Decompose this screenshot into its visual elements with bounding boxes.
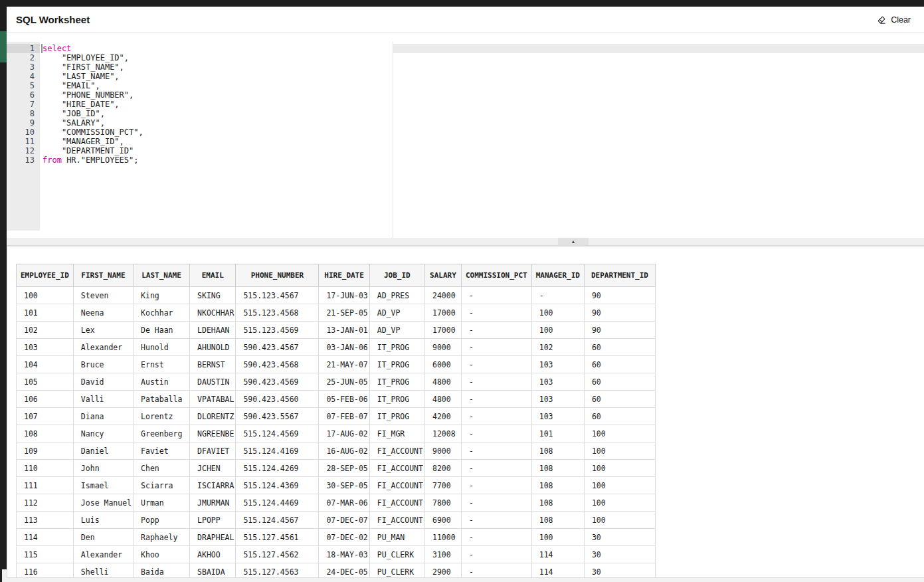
- table-cell[interactable]: -: [531, 287, 584, 304]
- table-cell[interactable]: 515.127.4561: [236, 529, 319, 546]
- table-cell[interactable]: -: [461, 546, 531, 563]
- table-cell[interactable]: 7700: [424, 477, 461, 494]
- table-cell[interactable]: 108: [531, 512, 584, 529]
- table-cell[interactable]: 103: [531, 373, 584, 391]
- table-cell[interactable]: 30-SEP-05: [319, 477, 369, 494]
- table-cell[interactable]: SKING: [190, 287, 236, 304]
- code-line[interactable]: "LAST_NAME",: [43, 72, 143, 81]
- table-cell[interactable]: 30: [584, 563, 655, 578]
- column-header-commission_pct[interactable]: COMMISSION_PCT: [461, 264, 531, 287]
- table-cell[interactable]: 108: [17, 425, 74, 442]
- table-cell[interactable]: Lex: [73, 322, 133, 339]
- table-cell[interactable]: ISCIARRA: [190, 477, 236, 494]
- table-cell[interactable]: FI_ACCOUNT: [369, 494, 424, 512]
- column-header-phone_number[interactable]: PHONE_NUMBER: [236, 264, 319, 287]
- table-cell[interactable]: JMURMAN: [190, 494, 236, 512]
- table-cell[interactable]: 2900: [424, 563, 461, 578]
- code-line[interactable]: "PHONE_NUMBER",: [43, 90, 143, 100]
- table-cell[interactable]: LPOPP: [190, 512, 236, 529]
- table-cell[interactable]: Bruce: [73, 356, 133, 373]
- table-cell[interactable]: 590.423.4567: [236, 339, 319, 356]
- table-cell[interactable]: 60: [584, 391, 655, 408]
- table-cell[interactable]: 05-FEB-06: [319, 391, 369, 408]
- table-cell[interactable]: 100: [584, 494, 655, 512]
- line-number[interactable]: 4: [7, 72, 40, 81]
- table-cell[interactable]: IT_PROG: [369, 391, 424, 408]
- table-cell[interactable]: David: [73, 373, 133, 391]
- table-cell[interactable]: 90: [584, 322, 655, 339]
- editor-code[interactable]: select "EMPLOYEE_ID", "FIRST_NAME", "LAS…: [43, 44, 143, 165]
- table-cell[interactable]: 115: [17, 546, 74, 563]
- table-cell[interactable]: 515.123.4569: [236, 322, 319, 339]
- code-line[interactable]: "COMMISSION_PCT",: [43, 128, 143, 137]
- table-cell[interactable]: 515.124.4567: [236, 512, 319, 529]
- table-cell[interactable]: Chen: [134, 460, 190, 477]
- table-cell[interactable]: 515.124.4169: [236, 442, 319, 460]
- table-cell[interactable]: 28-SEP-05: [319, 460, 369, 477]
- column-header-job_id[interactable]: JOB_ID: [369, 264, 424, 287]
- table-cell[interactable]: 12008: [424, 425, 461, 442]
- table-cell[interactable]: 100: [584, 460, 655, 477]
- table-cell[interactable]: 60: [584, 408, 655, 425]
- table-cell[interactable]: 100: [531, 529, 584, 546]
- table-cell[interactable]: DAUSTIN: [190, 373, 236, 391]
- table-cell[interactable]: 103: [531, 356, 584, 373]
- code-line[interactable]: select: [43, 44, 143, 53]
- table-cell[interactable]: 105: [17, 373, 74, 391]
- table-cell[interactable]: -: [461, 322, 531, 339]
- table-cell[interactable]: Shelli: [73, 563, 133, 578]
- table-cell[interactable]: NKOCHHAR: [190, 304, 236, 322]
- table-cell[interactable]: 100: [531, 322, 584, 339]
- table-cell[interactable]: Nancy: [73, 425, 133, 442]
- table-cell[interactable]: Ismael: [73, 477, 133, 494]
- line-number[interactable]: 11: [7, 137, 40, 146]
- table-cell[interactable]: DRAPHEAL: [190, 529, 236, 546]
- table-cell[interactable]: Kochhar: [134, 304, 190, 322]
- table-cell[interactable]: -: [461, 477, 531, 494]
- table-cell[interactable]: Alexander: [73, 546, 133, 563]
- table-cell[interactable]: 21-MAY-07: [319, 356, 369, 373]
- table-cell[interactable]: AD_PRES: [369, 287, 424, 304]
- table-cell[interactable]: 108: [531, 494, 584, 512]
- table-cell[interactable]: 90: [584, 304, 655, 322]
- table-cell[interactable]: Urman: [134, 494, 190, 512]
- table-cell[interactable]: Austin: [134, 373, 190, 391]
- table-cell[interactable]: 8200: [424, 460, 461, 477]
- table-cell[interactable]: 11000: [424, 529, 461, 546]
- table-cell[interactable]: AKHOO: [190, 546, 236, 563]
- table-cell[interactable]: AD_VP: [369, 322, 424, 339]
- table-cell[interactable]: Raphaely: [134, 529, 190, 546]
- table-cell[interactable]: 17000: [424, 322, 461, 339]
- table-cell[interactable]: Den: [73, 529, 133, 546]
- column-header-hire_date[interactable]: HIRE_DATE: [319, 264, 369, 287]
- table-cell[interactable]: DLORENTZ: [190, 408, 236, 425]
- table-cell[interactable]: 103: [531, 408, 584, 425]
- line-number[interactable]: 13: [7, 155, 40, 165]
- code-line[interactable]: "FIRST_NAME",: [43, 62, 143, 72]
- table-cell[interactable]: De Haan: [134, 322, 190, 339]
- table-cell[interactable]: 6900: [424, 512, 461, 529]
- table-cell[interactable]: 104: [17, 356, 74, 373]
- table-cell[interactable]: Steven: [73, 287, 133, 304]
- table-cell[interactable]: Khoo: [134, 546, 190, 563]
- table-cell[interactable]: 515.124.4269: [236, 460, 319, 477]
- table-cell[interactable]: 6000: [424, 356, 461, 373]
- table-cell[interactable]: 114: [531, 546, 584, 563]
- table-cell[interactable]: John: [73, 460, 133, 477]
- table-cell[interactable]: 60: [584, 373, 655, 391]
- table-cell[interactable]: 60: [584, 339, 655, 356]
- table-cell[interactable]: 30: [584, 529, 655, 546]
- table-cell[interactable]: 515.123.4567: [236, 287, 319, 304]
- line-number[interactable]: 7: [7, 100, 40, 109]
- table-cell[interactable]: 30: [584, 546, 655, 563]
- table-cell[interactable]: 101: [531, 425, 584, 442]
- table-cell[interactable]: 590.423.4569: [236, 373, 319, 391]
- table-cell[interactable]: 100: [584, 442, 655, 460]
- table-cell[interactable]: -: [461, 373, 531, 391]
- table-cell[interactable]: Sciarra: [134, 477, 190, 494]
- table-cell[interactable]: 515.124.4469: [236, 494, 319, 512]
- line-number[interactable]: 6: [7, 90, 40, 100]
- table-cell[interactable]: 110: [17, 460, 74, 477]
- line-number[interactable]: 10: [7, 128, 40, 137]
- table-cell[interactable]: 07-MAR-06: [319, 494, 369, 512]
